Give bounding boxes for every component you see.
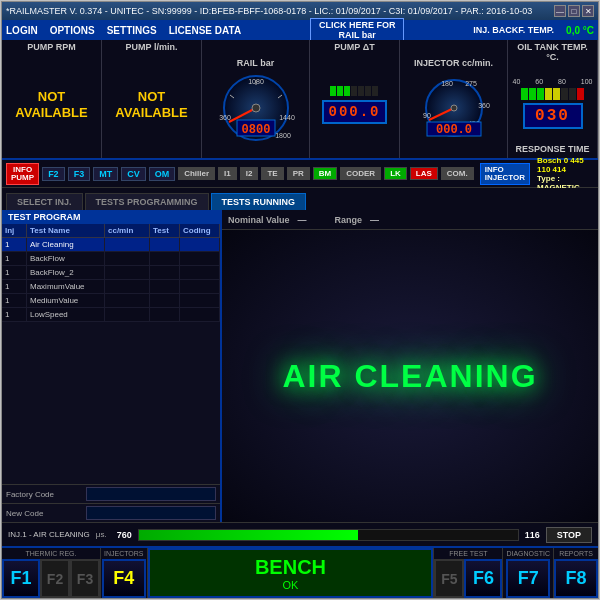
injectors-label: INJECTORS xyxy=(101,548,147,559)
svg-text:0800: 0800 xyxy=(241,123,270,137)
test-row[interactable]: 1 Air Cleaning xyxy=(2,238,220,252)
com-indicator[interactable]: COM. xyxy=(441,167,474,180)
tabs-row: SELECT INJ. TESTS PROGRAMMING TESTS RUNN… xyxy=(2,188,598,210)
main-window: *RAILMASTER V. 0.374 - UNITEC - SN:99999… xyxy=(1,1,599,599)
status-bar: INJ.1 - AIR CLEANING μs. 760 116 STOP xyxy=(2,522,598,546)
bm-indicator[interactable]: BM xyxy=(313,167,337,180)
i1-indicator[interactable]: I1 xyxy=(218,167,237,180)
menu-login[interactable]: LOGIN xyxy=(6,25,38,36)
new-code-label: New Code xyxy=(6,509,86,518)
f6-button[interactable]: F6 xyxy=(464,559,502,598)
bench-button[interactable]: BENCH OK xyxy=(148,548,434,598)
svg-point-9 xyxy=(252,104,260,112)
f4-button[interactable]: F4 xyxy=(102,559,146,598)
temp-value: 0,0 °C xyxy=(566,25,594,36)
info-injector-button[interactable]: INFOINJECTOR xyxy=(480,163,530,185)
f8-button[interactable]: F8 xyxy=(554,559,598,598)
rail-label: RAIL bar xyxy=(237,58,274,68)
f2-button[interactable]: F2 xyxy=(42,167,65,181)
maximize-button[interactable]: □ xyxy=(568,5,580,17)
pump-lmin-gauge: PUMP l/min. NOTAVAILABLE xyxy=(102,40,202,158)
progress-fill xyxy=(139,530,359,540)
menu-license-data[interactable]: LICENSE DATA xyxy=(169,25,241,36)
injectors-section: INJECTORS F4 xyxy=(101,548,148,598)
svg-text:180: 180 xyxy=(441,80,453,87)
test-row[interactable]: 1 BackFlow xyxy=(2,252,220,266)
gauge-row: PUMP RPM NOTAVAILABLE PUMP l/min. NOTAVA… xyxy=(2,40,598,160)
menu-options[interactable]: OPTIONS xyxy=(50,25,95,36)
lk-indicator[interactable]: LK xyxy=(384,167,407,180)
injector-ccmin-label: INJECTOR cc/min. xyxy=(414,58,493,68)
te-indicator[interactable]: TE xyxy=(261,167,283,180)
coder-indicator[interactable]: CODER xyxy=(340,167,381,180)
click-here-button[interactable]: CLICK HERE FOR RAIL bar xyxy=(310,18,405,42)
air-cleaning-text: AIR CLEANING xyxy=(282,358,537,395)
progress-num: 116 xyxy=(525,530,540,540)
tab-tests-programming[interactable]: TESTS PROGRAMMING xyxy=(85,193,209,210)
test-row[interactable]: 1 BackFlow_2 xyxy=(2,266,220,280)
test-row[interactable]: 1 LowSpeed xyxy=(2,308,220,322)
pr-indicator[interactable]: PR xyxy=(287,167,310,180)
f5-button[interactable]: F5 xyxy=(434,559,464,598)
factory-code-label: Factory Code xyxy=(6,490,86,499)
new-code-input[interactable] xyxy=(86,506,216,520)
f3-button[interactable]: F3 xyxy=(68,167,91,181)
bosch-code: Bosch 0 445 110 414 xyxy=(537,156,594,174)
air-panel: Nominal Value — Range — AIR CLEANING xyxy=(222,210,598,522)
minimize-button[interactable]: — xyxy=(554,5,566,17)
status-value: 760 xyxy=(117,530,132,540)
diagnostic-section: DIAGNOSTIC F7 xyxy=(503,548,554,598)
tab-select-inj[interactable]: SELECT INJ. xyxy=(6,193,83,210)
range-label: Range xyxy=(335,215,363,225)
test-row[interactable]: 1 MaximumValue xyxy=(2,280,220,294)
stop-button[interactable]: STOP xyxy=(546,527,592,543)
menubar: LOGIN OPTIONS SETTINGS LICENSE DATA CLIC… xyxy=(2,20,598,40)
om-button[interactable]: OM xyxy=(149,167,176,181)
col-coding: Coding xyxy=(180,224,220,237)
range-value: — xyxy=(370,215,379,225)
oil-temp-label: OIL TANK TEMP. °C. xyxy=(510,42,595,62)
bench-ok: OK xyxy=(283,579,299,591)
fkeys-row: THERMIC REG. F1 F2 F3 INJECTORS F4 BENCH… xyxy=(2,546,598,598)
test-program-header: TEST PROGRAM xyxy=(2,210,220,224)
reports-section: REPORTS F8 xyxy=(554,548,598,598)
new-code-row: New Code xyxy=(2,503,220,522)
f3-fkey-button[interactable]: F3 xyxy=(70,559,100,598)
chiller-indicator[interactable]: Chiller xyxy=(178,167,215,180)
titlebar-text: *RAILMASTER V. 0.374 - UNITEC - SN:99999… xyxy=(6,6,532,16)
oil-temp-gauge: OIL TANK TEMP. °C. 40 60 80 100 xyxy=(508,40,598,158)
nominal-value: — xyxy=(298,215,307,225)
test-row[interactable]: 1 MediumValue xyxy=(2,294,220,308)
mt-button[interactable]: MT xyxy=(93,167,118,181)
col-ccmin: cc/min xyxy=(105,224,150,237)
free-test-section: FREE TEST F5 F6 xyxy=(434,548,503,598)
f7-button[interactable]: F7 xyxy=(506,559,550,598)
pump-rpm-label: PUMP RPM xyxy=(27,42,75,52)
menu-center: CLICK HERE FOR RAIL bar xyxy=(253,18,461,42)
factory-code-row: Factory Code xyxy=(2,484,220,503)
pump-rpm-not-available: NOTAVAILABLE xyxy=(15,89,87,120)
svg-text:1440: 1440 xyxy=(279,114,295,121)
svg-text:1800: 1800 xyxy=(275,132,291,139)
factory-code-input[interactable] xyxy=(86,487,216,501)
oil-temp-display: 030 xyxy=(523,103,583,129)
svg-text:275: 275 xyxy=(465,80,477,87)
f2-fkey-button[interactable]: F2 xyxy=(40,559,70,598)
svg-text:360: 360 xyxy=(478,102,490,109)
titlebar-buttons: — □ ✕ xyxy=(554,5,594,17)
las-indicator[interactable]: LAS xyxy=(410,167,438,180)
nominal-label: Nominal Value xyxy=(228,215,290,225)
inj-temp-label: INJ. BACKF. TEMP. xyxy=(473,25,554,35)
f1-button[interactable]: F1 xyxy=(2,559,40,598)
tab-tests-running[interactable]: TESTS RUNNING xyxy=(211,193,307,210)
bosch-info-block: Bosch 0 445 110 414 Type : MAGNETIC xyxy=(537,156,594,192)
svg-text:000.0: 000.0 xyxy=(435,123,471,137)
cv-button[interactable]: CV xyxy=(121,167,146,181)
info-pump-button[interactable]: INFOPUMP xyxy=(6,163,39,185)
menu-settings[interactable]: SETTINGS xyxy=(107,25,157,36)
free-test-label: FREE TEST xyxy=(446,548,490,559)
status-unit: μs. xyxy=(96,530,107,539)
i2-indicator[interactable]: I2 xyxy=(240,167,259,180)
rail-gauge: RAIL bar 360 1080 1440 1800 xyxy=(202,40,310,158)
close-button[interactable]: ✕ xyxy=(582,5,594,17)
